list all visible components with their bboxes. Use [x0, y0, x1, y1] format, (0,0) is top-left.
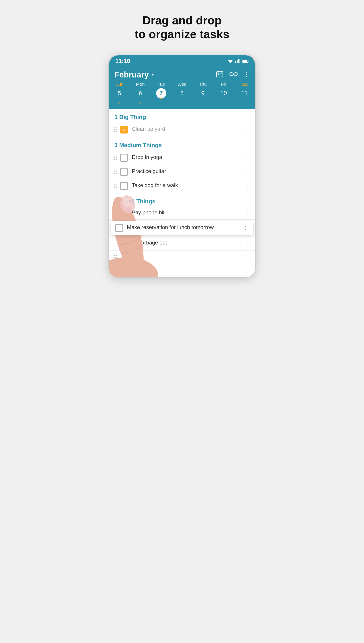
- svg-marker-0: [228, 60, 233, 63]
- task-more-pay-phone-bill[interactable]: ⋮: [244, 210, 250, 216]
- day-num-5: 5: [114, 88, 125, 99]
- task-take-dog[interactable]: Take dog for a walk ⋮: [109, 179, 255, 193]
- page-wrapper: Drag and drop to organize tasks 11:10: [91, 5, 273, 278]
- svg-rect-9: [218, 71, 218, 73]
- day-num-9: 9: [198, 88, 208, 99]
- task-more-row-4[interactable]: ⋮: [244, 254, 250, 260]
- task-text-take-dog: Take dog for a walk: [132, 182, 244, 190]
- day-name-tue: Tue: [158, 82, 165, 87]
- checkbox-pay-phone-bill[interactable]: [120, 209, 128, 217]
- status-bar: 11:10: [109, 55, 255, 67]
- task-drop-in-yoga[interactable]: Drop in yoga ⋮: [109, 151, 255, 165]
- section-1-big-thing: 1 Big Thing: [109, 109, 255, 123]
- task-more-take-garbage-out[interactable]: ⋮: [244, 240, 250, 246]
- checkbox-take-dog[interactable]: [120, 182, 128, 190]
- task-more-row-5[interactable]: ⋮: [244, 268, 250, 273]
- svg-rect-8: [216, 72, 223, 77]
- day-name-fri: Fri: [221, 82, 226, 87]
- task-list: 1 Big Thing Clean up yard ⋮ 3 Medium Thi…: [109, 109, 255, 277]
- day-name-mon: Mon: [136, 82, 145, 87]
- today-dot: [160, 98, 162, 99]
- task-text-take-garbage-out: Take garbage out: [126, 240, 244, 247]
- cal-day-tue[interactable]: Tue 7 ✓: [151, 82, 172, 105]
- section-5-small-things: 5 Small Things: [109, 193, 255, 207]
- drag-handle-2[interactable]: [114, 155, 117, 160]
- cal-day-sun[interactable]: Sun 5 ✓: [109, 82, 130, 105]
- task-take-garbage-out[interactable]: Take garbage out ⋮: [109, 236, 255, 250]
- task-text-pay-phone-bill: Pay phone bill: [132, 209, 244, 217]
- battery-icon: [242, 59, 249, 63]
- day-num-6: 6: [135, 88, 146, 99]
- cal-day-thu[interactable]: Thu 9 ✓: [192, 82, 213, 105]
- svg-rect-4: [239, 59, 240, 63]
- signal-icon: [235, 59, 240, 63]
- drag-handle-7[interactable]: [114, 255, 117, 260]
- day-num-7: 7: [156, 88, 166, 99]
- svg-rect-12: [218, 74, 219, 75]
- task-more-practice-guitar[interactable]: ⋮: [244, 169, 250, 175]
- task-clean-up-yard[interactable]: Clean up yard ⋮: [109, 123, 255, 137]
- task-row-4[interactable]: ⋮: [109, 250, 255, 264]
- task-text-row-5: [132, 270, 244, 271]
- task-make-reservation[interactable]: Make reservation for lunch tomorrow ⋮: [111, 221, 253, 235]
- wifi-icon: [228, 59, 233, 63]
- month-title[interactable]: February ▼: [114, 70, 154, 80]
- phone-frame: 11:10: [108, 55, 256, 278]
- svg-rect-2: [237, 60, 238, 63]
- infinity-icon[interactable]: [230, 71, 238, 78]
- task-more-clean-up-yard[interactable]: ⋮: [244, 127, 250, 133]
- svg-rect-6: [248, 61, 248, 62]
- task-text-make-reservation: Make reservation for lunch tomorrow: [127, 224, 242, 232]
- task-more-drop-in-yoga[interactable]: ⋮: [244, 155, 250, 161]
- more-icon[interactable]: ⋮: [244, 71, 250, 78]
- svg-rect-7: [243, 60, 247, 62]
- headline: Drag and drop to organize tasks: [135, 14, 230, 41]
- day-check-sun: ✓: [118, 100, 121, 105]
- calendar-icon[interactable]: [216, 70, 223, 79]
- headline-line1: Drag and drop: [142, 14, 222, 27]
- svg-rect-10: [221, 71, 222, 73]
- month-dropdown-arrow[interactable]: ▼: [151, 73, 154, 77]
- task-row-5[interactable]: ⋮: [109, 264, 255, 277]
- section-3-medium-things: 3 Medium Things: [109, 137, 255, 151]
- app-header: February ▼: [109, 67, 255, 80]
- checkbox-clean-up-yard[interactable]: [120, 126, 128, 134]
- headline-line2: to organize tasks: [135, 28, 230, 41]
- task-text-practice-guitar: Practice guitar: [132, 168, 244, 176]
- day-name-thu: Thu: [199, 82, 206, 87]
- day-check-mon: ✓: [139, 100, 142, 105]
- drag-handle-8[interactable]: [114, 268, 117, 273]
- svg-rect-1: [235, 61, 236, 63]
- task-more-make-reservation[interactable]: ⋮: [242, 225, 249, 231]
- task-text-row-4: [132, 256, 244, 258]
- day-name-sun: Sun: [116, 82, 124, 87]
- checkbox-make-reservation[interactable]: [115, 224, 123, 232]
- calendar-week: Sun 5 ✓ Mon 6 ✓ Tue 7 ✓ Wed 8 ✓: [109, 80, 255, 109]
- task-pay-phone-bill[interactable]: Pay phone bill ⋮: [109, 207, 255, 220]
- status-icons: [228, 59, 249, 63]
- cal-day-sat[interactable]: Sat 11 ✓: [234, 82, 255, 105]
- drag-handle-4[interactable]: [114, 184, 117, 188]
- status-time: 11:10: [115, 58, 130, 65]
- day-num-11: 11: [239, 88, 250, 99]
- svg-rect-3: [238, 59, 239, 63]
- task-more-take-dog[interactable]: ⋮: [244, 183, 250, 189]
- cal-day-fri[interactable]: Fri 10 ✓: [213, 82, 234, 105]
- cal-day-wed[interactable]: Wed 8 ✓: [172, 82, 192, 105]
- drag-handle-5[interactable]: [114, 211, 117, 216]
- day-name-sat: Sat: [241, 82, 248, 87]
- header-icons: ⋮: [216, 70, 250, 79]
- task-text-drop-in-yoga: Drop in yoga: [132, 154, 244, 162]
- task-practice-guitar[interactable]: Practice guitar ⋮: [109, 165, 255, 179]
- checkbox-practice-guitar[interactable]: [120, 168, 128, 176]
- drag-handle-1[interactable]: [114, 127, 117, 132]
- day-num-8: 8: [177, 88, 187, 99]
- task-text-clean-up-yard: Clean up yard: [132, 126, 244, 134]
- drag-handle-3[interactable]: [114, 169, 117, 174]
- cal-day-mon[interactable]: Mon 6 ✓: [130, 82, 150, 105]
- checkbox-drop-in-yoga[interactable]: [120, 154, 128, 162]
- month-label: February: [114, 70, 149, 80]
- day-name-wed: Wed: [178, 82, 187, 87]
- day-num-10: 10: [218, 88, 229, 99]
